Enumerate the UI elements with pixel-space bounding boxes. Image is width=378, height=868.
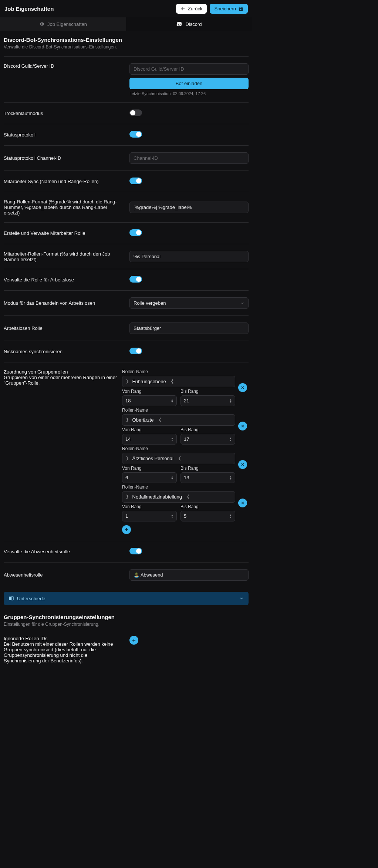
stepper-icon: ▲▼	[171, 476, 173, 480]
emprolefmt-input[interactable]	[129, 251, 249, 262]
tab-discord[interactable]: Discord	[126, 17, 252, 31]
plus-icon	[124, 527, 129, 532]
unemprole-label: Verwalte die Rolle für Arbeitslose	[4, 277, 122, 283]
unempmode-label: Modus für das Behandeln von Arbeitslosen	[4, 300, 122, 306]
to-label: Bis Rang	[180, 466, 235, 471]
last-sync-hint: Letzte Synchronisation: 02.06.2024, 17:2…	[129, 91, 249, 96]
group-role-item: Rollen-Name Von Rang 18 ▲▼ Bis Rang 21 ▲…	[122, 369, 235, 406]
unempmode-value: Rolle vergeben	[134, 300, 166, 306]
gear-icon	[39, 21, 44, 27]
tab-props-label: Job Eigenschaften	[47, 21, 87, 27]
remove-group-button[interactable]	[238, 422, 247, 430]
dryrun-toggle[interactable]	[129, 109, 142, 116]
absence-toggle[interactable]	[129, 548, 142, 554]
rankfmt-input[interactable]	[129, 202, 249, 213]
statuslog-label: Statusprotokoll	[4, 132, 122, 138]
to-rank-input[interactable]: 17 ▲▼	[180, 434, 235, 445]
rankfmt-label: Rang-Rollen-Format (%grade% wird durch d…	[4, 199, 122, 216]
differences-panel[interactable]: Unterschiede	[4, 592, 249, 605]
stepper-icon: ▲▼	[229, 476, 232, 480]
rolename-label: Rollen-Name	[122, 446, 235, 451]
absence-label: Verwalte die Abwesenheitsrolle	[4, 549, 122, 554]
from-rank-input[interactable]: 14 ▲▼	[122, 434, 177, 445]
stepper-icon: ▲▼	[229, 399, 232, 403]
stepper-icon: ▲▼	[171, 514, 173, 519]
to-rank-input[interactable]: 21 ▲▼	[180, 395, 235, 406]
from-label: Von Rang	[122, 466, 177, 471]
save-icon	[238, 6, 243, 11]
from-rank-input[interactable]: 1 ▲▼	[122, 511, 177, 521]
diff-label: Unterschiede	[17, 596, 45, 601]
save-button[interactable]: Speichern	[210, 4, 248, 14]
rolename-label: Rollen-Name	[122, 408, 235, 413]
from-label: Von Rang	[122, 504, 177, 509]
close-icon	[240, 462, 245, 467]
discord-icon	[176, 21, 182, 27]
remove-group-button[interactable]	[238, 460, 247, 469]
stepper-icon: ▲▼	[171, 399, 173, 403]
unemprolename-input[interactable]	[129, 322, 249, 334]
add-group-button[interactable]	[122, 525, 131, 534]
empsync-toggle[interactable]	[129, 178, 142, 184]
remove-group-button[interactable]	[238, 499, 247, 507]
arrow-left-icon	[180, 6, 186, 11]
channel-input[interactable]	[129, 152, 249, 164]
group-rolename-input[interactable]	[122, 453, 235, 464]
groups-label: Zuordnung von Gruppenrollen	[4, 369, 122, 375]
group-rolename-input[interactable]	[122, 491, 235, 503]
diff-icon	[8, 595, 14, 601]
close-icon	[240, 385, 245, 390]
statuslog-toggle[interactable]	[129, 131, 142, 138]
dryrun-label: Trockenlaufmodus	[4, 111, 122, 116]
back-button[interactable]: Zurück	[176, 4, 207, 14]
section-title: Discord-Bot-Synchronisations-Einstellung…	[4, 37, 249, 43]
absencerole-label: Abwesenheitsrolle	[4, 572, 122, 578]
stepper-icon: ▲▼	[229, 437, 232, 442]
guild-input[interactable]	[129, 63, 249, 75]
section2-sub: Einstellungen für die Gruppen-Synchronis…	[4, 622, 249, 627]
svg-rect-0	[9, 597, 11, 600]
group-role-item: Rollen-Name Von Rang 1 ▲▼ Bis Rang 5 ▲▼	[122, 484, 235, 521]
unempmode-select[interactable]: Rolle vergeben	[129, 297, 249, 309]
to-label: Bis Rang	[180, 389, 235, 394]
section2-title: Gruppen-Synchronisierungseinstellungen	[4, 614, 249, 620]
from-label: Von Rang	[122, 389, 177, 394]
stepper-icon: ▲▼	[229, 514, 232, 519]
empsync-label: Mitarbeiter Sync (Namen und Ränge-Rollen…	[4, 179, 122, 184]
close-icon	[240, 424, 245, 428]
ignored-label: Ignorierte Rollen IDs	[4, 636, 122, 641]
guild-label: Discord Guild/Server ID	[4, 63, 122, 96]
channel-label: Statusprotokoll Channel-ID	[4, 155, 122, 161]
tab-discord-label: Discord	[185, 21, 202, 27]
unemprole-toggle[interactable]	[129, 276, 142, 283]
emprolefmt-label: Mitarbeiter-Rollen-Format (%s wird durch…	[4, 251, 122, 262]
nicksync-toggle[interactable]	[129, 348, 142, 354]
rolename-label: Rollen-Name	[122, 369, 235, 374]
ignored-sub: Bei Benutzern mit einer dieser Rollen we…	[4, 641, 122, 663]
back-label: Zurück	[188, 6, 203, 11]
section-sub: Verwalte die Discord-Bot-Synchronisation…	[4, 44, 249, 50]
from-rank-input[interactable]: 18 ▲▼	[122, 395, 177, 406]
manageemp-label: Erstelle und Verwalte Mitarbeiter Rolle	[4, 230, 122, 236]
absencerole-input[interactable]	[129, 569, 249, 581]
group-rolename-input[interactable]	[122, 414, 235, 426]
invite-bot-button[interactable]: Bot einladen	[129, 78, 249, 89]
to-label: Bis Rang	[180, 427, 235, 432]
unemprolename-label: Arbeitslosen Rolle	[4, 325, 122, 331]
plus-icon	[131, 638, 136, 643]
close-icon	[240, 501, 245, 505]
from-rank-input[interactable]: 6 ▲▼	[122, 472, 177, 483]
rolename-label: Rollen-Name	[122, 484, 235, 490]
group-role-item: Rollen-Name Von Rang 6 ▲▼ Bis Rang 13 ▲▼	[122, 446, 235, 483]
chevron-down-icon	[239, 596, 244, 601]
svg-rect-1	[11, 597, 13, 600]
tab-job-properties[interactable]: Job Eigenschaften	[0, 17, 126, 31]
from-label: Von Rang	[122, 427, 177, 432]
remove-group-button[interactable]	[238, 383, 247, 392]
groups-sub: Gruppieren von einer oder mehreren Ränge…	[4, 375, 122, 386]
add-ignored-role-button[interactable]	[129, 636, 138, 645]
to-rank-input[interactable]: 5 ▲▼	[180, 511, 235, 521]
manageemp-toggle[interactable]	[129, 229, 142, 236]
to-rank-input[interactable]: 13 ▲▼	[180, 472, 235, 483]
group-rolename-input[interactable]	[122, 376, 235, 387]
